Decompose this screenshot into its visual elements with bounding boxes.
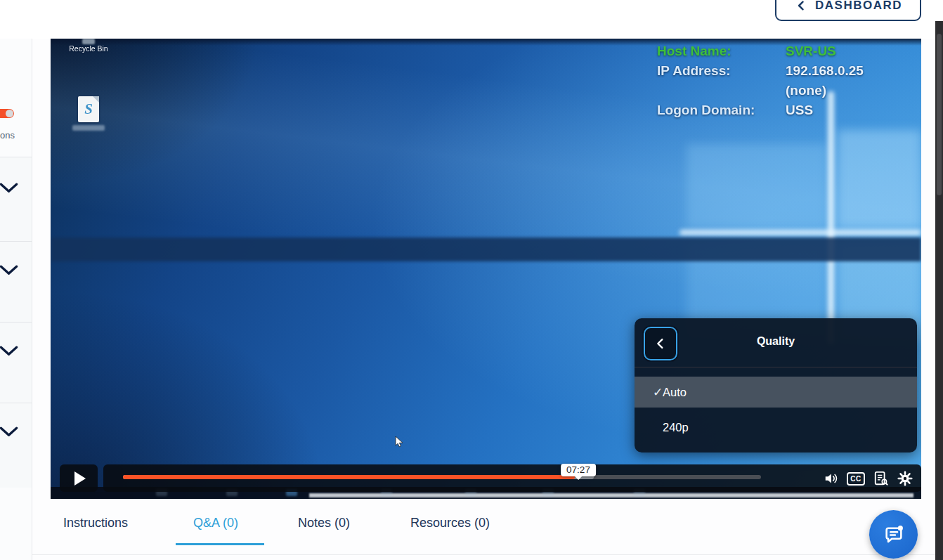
bginfo-row: Host Name: SVR-US bbox=[657, 41, 910, 61]
windows-logo-cross bbox=[828, 91, 834, 344]
control-bar: 07:27 CC bbox=[103, 464, 921, 492]
bginfo-row: Logon Domain: USS bbox=[657, 100, 910, 120]
chat-button[interactable] bbox=[869, 510, 918, 559]
sidebar-toggle-switch[interactable] bbox=[0, 109, 14, 118]
tab-qa[interactable]: Q&A (0) bbox=[193, 516, 238, 530]
back-chevron-icon bbox=[794, 0, 808, 13]
tab-notes[interactable]: Notes (0) bbox=[298, 516, 350, 530]
toggle-knob bbox=[6, 110, 13, 117]
volume-button[interactable] bbox=[821, 469, 842, 488]
chevron-down-icon bbox=[0, 345, 18, 357]
quality-menu: Quality ✓ Auto ✓ 240p bbox=[635, 318, 917, 452]
file-label-blurred bbox=[72, 125, 105, 131]
settings-button[interactable] bbox=[895, 469, 916, 488]
play-button[interactable] bbox=[60, 464, 98, 492]
bginfo-label: Logon Domain: bbox=[657, 100, 786, 120]
bginfo-label: Host Name: bbox=[657, 41, 786, 61]
tab-instructions[interactable]: Instructions bbox=[63, 516, 128, 530]
time-tooltip: 07:27 bbox=[561, 464, 596, 476]
active-tab-indicator bbox=[176, 543, 264, 545]
sidebar-section bbox=[0, 403, 32, 488]
bginfo-overlay: Host Name: SVR-US IP Address: 192.168.0.… bbox=[657, 41, 910, 120]
checkmark-icon: ✓ bbox=[635, 385, 663, 400]
dashboard-button[interactable]: DASHBOARD bbox=[775, 0, 921, 21]
progress-bar[interactable]: 07:27 bbox=[123, 475, 761, 479]
windows-logo-pane bbox=[838, 130, 921, 228]
bginfo-value: (none) bbox=[786, 81, 826, 100]
sidebar-section-chevron[interactable] bbox=[0, 264, 19, 277]
lesson-tabs: Instructions Q&A (0) Notes (0) Resources… bbox=[32, 499, 935, 560]
scrollbar-thumb[interactable] bbox=[937, 34, 942, 195]
bginfo-label: IP Address: bbox=[657, 61, 786, 81]
windows-logo-cross bbox=[679, 230, 921, 235]
wallpaper-dark-band bbox=[51, 237, 921, 261]
recycle-bin-label: Recycle Bin bbox=[66, 44, 111, 53]
windows-logo-pane bbox=[687, 144, 827, 228]
chevron-down-icon bbox=[0, 426, 18, 438]
page-header: DASHBOARD bbox=[0, 0, 943, 39]
quality-menu-title: Quality bbox=[635, 335, 917, 348]
bginfo-value: SVR-US bbox=[786, 41, 836, 61]
bginfo-value: USS bbox=[786, 100, 813, 120]
chevron-down-icon bbox=[0, 264, 18, 276]
quality-menu-divider bbox=[635, 367, 917, 367]
taskbar-white-run bbox=[309, 493, 913, 497]
play-icon bbox=[74, 471, 86, 486]
sidebar-section-chevron[interactable] bbox=[0, 345, 19, 358]
cc-icon: CC bbox=[847, 472, 864, 486]
recycle-bin-icon bbox=[82, 39, 95, 44]
volume-icon bbox=[824, 471, 839, 486]
transcript-icon bbox=[873, 471, 889, 486]
browser-scrollbar[interactable] bbox=[935, 21, 943, 560]
desktop-icon-file[interactable]: S bbox=[66, 96, 111, 134]
tabs-divider bbox=[32, 554, 935, 555]
sidebar-section bbox=[0, 157, 32, 241]
gear-icon bbox=[897, 471, 913, 486]
bginfo-label bbox=[657, 81, 786, 100]
sidebar-section-chevron[interactable] bbox=[0, 426, 19, 438]
quality-option-240p[interactable]: ✓ 240p bbox=[635, 412, 917, 443]
progress-fill bbox=[123, 475, 575, 479]
mouse-cursor bbox=[395, 436, 403, 448]
file-logo-glyph: S bbox=[78, 100, 99, 118]
chat-icon bbox=[882, 523, 906, 547]
bginfo-row: (none) bbox=[657, 81, 910, 100]
bginfo-row: IP Address: 192.168.0.25 bbox=[657, 61, 910, 81]
sidebar-section bbox=[0, 242, 32, 322]
dashboard-button-label: DASHBOARD bbox=[815, 0, 902, 13]
captions-button[interactable]: CC bbox=[845, 469, 866, 488]
screen: DASHBOARD ons bbox=[0, 0, 943, 560]
transcript-button[interactable] bbox=[871, 469, 892, 488]
chevron-down-icon bbox=[0, 182, 18, 194]
quality-option-auto[interactable]: ✓ Auto bbox=[635, 377, 917, 408]
pip-button[interactable] bbox=[919, 469, 921, 488]
tab-resources[interactable]: Resources (0) bbox=[410, 516, 490, 530]
course-sidebar: ons bbox=[0, 39, 32, 560]
sidebar-partial-label: ons bbox=[0, 130, 15, 141]
quality-option-label: 240p bbox=[663, 421, 689, 434]
desktop-icon-recycle-bin[interactable]: Recycle Bin bbox=[66, 39, 111, 58]
sidebar-section bbox=[0, 323, 32, 403]
quality-option-label: Auto bbox=[663, 386, 687, 399]
document-icon: S bbox=[78, 96, 99, 122]
sidebar-section-chevron[interactable] bbox=[0, 182, 19, 195]
video-player[interactable]: Recycle Bin S Host Name: SVR-US IP Addre… bbox=[51, 39, 921, 499]
bginfo-value: 192.168.0.25 bbox=[786, 61, 864, 81]
